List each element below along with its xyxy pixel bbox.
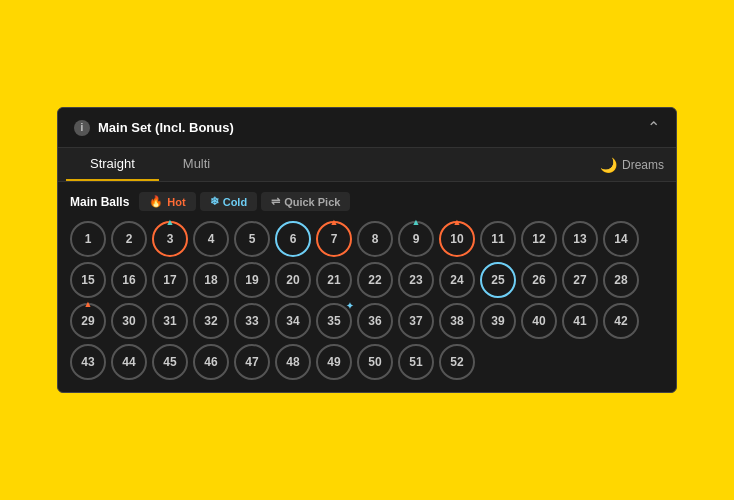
ball-13[interactable]: 13 [562,221,598,257]
hot-label: Hot [167,196,185,208]
tab-straight[interactable]: Straight [66,148,159,181]
ball-number: 43 [81,355,94,369]
ball-18[interactable]: 18 [193,262,229,298]
ball-37[interactable]: 37 [398,303,434,339]
ball-40[interactable]: 40 [521,303,557,339]
ball-50[interactable]: 50 [357,344,393,380]
ball-17[interactable]: 17 [152,262,188,298]
ball-indicator: ▲ [166,217,175,227]
ball-29[interactable]: ▲29 [70,303,106,339]
ball-indicator: ▲ [412,217,421,227]
ball-number: 41 [573,314,586,328]
ball-number: 29 [81,314,94,328]
quick-pick-button[interactable]: ⇌ Quick Pick [261,192,350,211]
ball-number: 7 [331,232,338,246]
collapse-icon[interactable]: ⌃ [647,118,660,137]
ball-number: 10 [450,232,463,246]
ball-26[interactable]: 26 [521,262,557,298]
ball-32[interactable]: 32 [193,303,229,339]
ball-star-indicator: ✦ [346,301,354,311]
ball-28[interactable]: 28 [603,262,639,298]
ball-39[interactable]: 39 [480,303,516,339]
ball-number: 19 [245,273,258,287]
ball-number: 34 [286,314,299,328]
ball-44[interactable]: 44 [111,344,147,380]
quick-label: Quick Pick [284,196,340,208]
ball-number: 52 [450,355,463,369]
ball-number: 50 [368,355,381,369]
ball-34[interactable]: 34 [275,303,311,339]
balls-grid: 12▲3456▲78▲9▲101112131415161718192021222… [70,221,664,380]
ball-6[interactable]: 6 [275,221,311,257]
ball-indicator: ▲ [330,217,339,227]
ball-38[interactable]: 38 [439,303,475,339]
ball-45[interactable]: 45 [152,344,188,380]
ball-22[interactable]: 22 [357,262,393,298]
ball-8[interactable]: 8 [357,221,393,257]
ball-24[interactable]: 24 [439,262,475,298]
ball-48[interactable]: 48 [275,344,311,380]
ball-16[interactable]: 16 [111,262,147,298]
ball-52[interactable]: 52 [439,344,475,380]
ball-12[interactable]: 12 [521,221,557,257]
ball-number: 36 [368,314,381,328]
hot-filter-button[interactable]: 🔥 Hot [139,192,195,211]
ball-21[interactable]: 21 [316,262,352,298]
dreams-label: Dreams [622,158,664,172]
ball-number: 17 [163,273,176,287]
tabs-row: Straight Multi 🌙 Dreams [58,148,676,182]
tab-multi[interactable]: Multi [159,148,234,181]
ball-15[interactable]: 15 [70,262,106,298]
ball-3[interactable]: ▲3 [152,221,188,257]
ball-47[interactable]: 47 [234,344,270,380]
ball-number: 35 [327,314,340,328]
ball-number: 37 [409,314,422,328]
ball-46[interactable]: 46 [193,344,229,380]
ball-5[interactable]: 5 [234,221,270,257]
ball-number: 22 [368,273,381,287]
main-panel: i Main Set (Incl. Bonus) ⌃ Straight Mult… [57,107,677,393]
ball-number: 27 [573,273,586,287]
ball-19[interactable]: 19 [234,262,270,298]
cold-filter-button[interactable]: ❄ Cold [200,192,257,211]
ball-20[interactable]: 20 [275,262,311,298]
ball-number: 33 [245,314,258,328]
ball-number: 40 [532,314,545,328]
ball-number: 3 [167,232,174,246]
panel-header-left: i Main Set (Incl. Bonus) [74,120,234,136]
ball-49[interactable]: 49 [316,344,352,380]
ball-51[interactable]: 51 [398,344,434,380]
ball-27[interactable]: 27 [562,262,598,298]
ball-number: 8 [372,232,379,246]
ball-25[interactable]: 25 [480,262,516,298]
ball-43[interactable]: 43 [70,344,106,380]
ball-2[interactable]: 2 [111,221,147,257]
ball-23[interactable]: 23 [398,262,434,298]
hot-icon: 🔥 [149,195,163,208]
ball-number: 44 [122,355,135,369]
dreams-button[interactable]: 🌙 Dreams [600,157,664,173]
ball-33[interactable]: 33 [234,303,270,339]
ball-number: 14 [614,232,627,246]
ball-9[interactable]: ▲9 [398,221,434,257]
ball-14[interactable]: 14 [603,221,639,257]
ball-36[interactable]: 36 [357,303,393,339]
ball-31[interactable]: 31 [152,303,188,339]
ball-number: 48 [286,355,299,369]
ball-42[interactable]: 42 [603,303,639,339]
panel-header: i Main Set (Incl. Bonus) ⌃ [58,108,676,148]
ball-10[interactable]: ▲10 [439,221,475,257]
ball-30[interactable]: 30 [111,303,147,339]
panel-title: Main Set (Incl. Bonus) [98,120,234,135]
ball-11[interactable]: 11 [480,221,516,257]
ball-4[interactable]: 4 [193,221,229,257]
ball-7[interactable]: ▲7 [316,221,352,257]
ball-number: 42 [614,314,627,328]
ball-number: 24 [450,273,463,287]
ball-number: 38 [450,314,463,328]
ball-35[interactable]: ✦35 [316,303,352,339]
ball-number: 9 [413,232,420,246]
ball-1[interactable]: 1 [70,221,106,257]
ball-41[interactable]: 41 [562,303,598,339]
ball-number: 23 [409,273,422,287]
